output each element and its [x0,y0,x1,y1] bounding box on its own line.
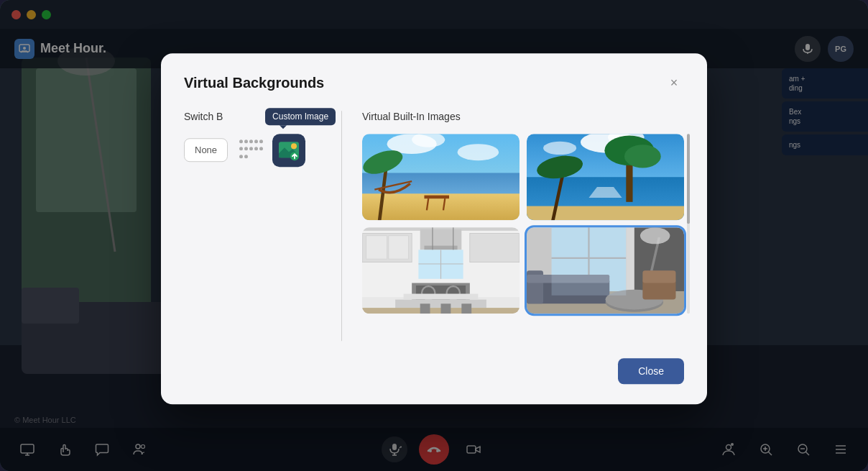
svg-rect-65 [366,235,387,258]
images-scrollbar[interactable] [687,134,690,314]
svg-rect-79 [461,303,471,314]
switch-options: None [184,134,321,167]
custom-image-button[interactable]: Custom Image [272,134,305,167]
modal-body: Switch B None [184,111,684,341]
svg-rect-69 [424,245,457,250]
blur-option[interactable] [235,135,265,165]
svg-point-95 [640,227,670,244]
svg-point-36 [291,143,297,149]
blur-dot [259,147,263,150]
beach2-image [527,134,684,220]
blur-dot [249,147,253,150]
image-grid-wrapper [362,134,684,314]
beach2-option[interactable] [527,134,684,220]
living-room-option[interactable] [527,227,684,314]
svg-rect-102 [642,270,675,283]
kitchen-image [362,227,520,314]
blur-dot [239,147,243,150]
blur-dot [254,140,258,143]
modal-title: Virtual Backgrounds [184,75,324,91]
svg-rect-66 [389,235,409,258]
svg-rect-77 [420,303,430,314]
svg-rect-103 [552,227,627,296]
image-grid [362,134,684,314]
blur-dot [244,147,248,150]
beach1-image [362,134,520,220]
svg-point-53 [543,141,576,154]
svg-point-41 [458,144,499,160]
switch-backgrounds-column: Switch B None [184,111,342,341]
svg-rect-78 [441,303,451,314]
custom-image-icon [277,139,300,162]
virtual-backgrounds-modal: Virtual Backgrounds × Switch B None [161,53,707,404]
close-modal-button[interactable]: Close [618,358,684,384]
modal-close-button[interactable]: × [664,73,684,93]
svg-rect-67 [470,233,520,262]
custom-image-tooltip: Custom Image [265,108,336,125]
svg-point-58 [624,145,661,168]
mac-window: Meet Hour. PG am +ding Bexngs ngs © Meet… [0,0,868,471]
blur-dot [259,140,263,143]
scrollbar-thumb [687,134,690,224]
kitchen-option[interactable] [362,227,520,314]
modal-header: Virtual Backgrounds × [184,73,684,93]
svg-rect-55 [527,206,684,220]
blur-dot [254,147,258,150]
built-in-images-column: Virtual Built-In Images [342,111,684,341]
blur-dot [239,140,243,143]
svg-rect-75 [404,293,479,299]
built-in-label: Virtual Built-In Images [362,111,684,122]
blur-dot [249,140,253,143]
modal-footer: Close [184,358,684,384]
beach1-option[interactable] [362,134,520,220]
living-room-image [527,227,684,314]
blur-dot [244,140,248,143]
svg-rect-47 [424,195,449,198]
none-option[interactable]: None [184,138,228,162]
blur-dot [239,155,243,158]
blur-dot [244,155,248,158]
